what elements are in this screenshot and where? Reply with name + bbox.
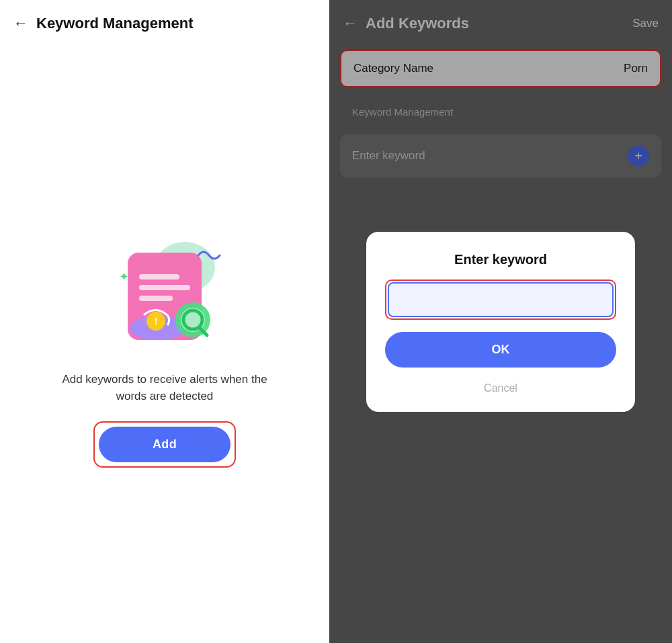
keyword-input[interactable]: [388, 282, 614, 317]
add-button[interactable]: Add: [99, 427, 230, 462]
dialog-cancel-button[interactable]: Cancel: [481, 380, 520, 397]
left-description: Add keywords to receive alerts when the …: [57, 371, 272, 405]
left-content: ! ✦ Add keywords to receive alerts when …: [0, 44, 329, 643]
dialog-overlay: Enter keyword OK Cancel: [329, 0, 672, 643]
dialog-title: Enter keyword: [454, 252, 547, 267]
svg-text:!: !: [155, 316, 158, 327]
svg-rect-3: [139, 285, 190, 290]
add-button-wrapper: Add: [93, 421, 236, 468]
left-back-arrow[interactable]: ←: [13, 15, 28, 32]
left-panel: ← Keyword Management: [0, 0, 329, 643]
left-page-title: Keyword Management: [36, 15, 194, 32]
right-panel: ← Add Keywords Save Category Name Porn K…: [329, 0, 672, 643]
dialog-input-wrapper: [385, 280, 616, 320]
left-header: ← Keyword Management: [0, 0, 329, 44]
svg-rect-2: [139, 274, 179, 280]
dialog-ok-button[interactable]: OK: [385, 332, 616, 368]
svg-text:✦: ✦: [119, 270, 129, 284]
illustration: ! ✦: [91, 220, 239, 355]
enter-keyword-dialog: Enter keyword OK Cancel: [366, 232, 635, 412]
svg-rect-4: [139, 296, 173, 301]
